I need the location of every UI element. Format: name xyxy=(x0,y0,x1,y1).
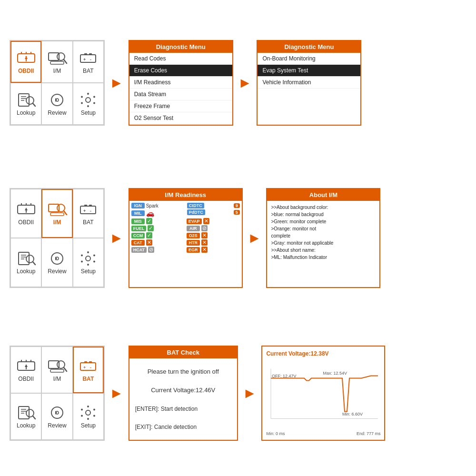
o2s-status: ✕ xyxy=(201,232,208,238)
menu-cell-review-r1[interactable]: Review xyxy=(41,83,72,125)
row2: OBDII I/M + - xyxy=(10,165,466,311)
setup-label-r1: Setup xyxy=(81,109,96,116)
svg-rect-43 xyxy=(84,205,87,207)
diag-item-read-codes[interactable]: Read Codes xyxy=(129,53,232,65)
diag-header1-r1: Diagnostic Menu xyxy=(129,41,232,53)
menu-cell-im-r2[interactable]: I/M xyxy=(41,189,72,238)
svg-text:+: + xyxy=(83,365,86,370)
im-cat: CAT ✕ xyxy=(131,239,185,246)
review-label-r3: Review xyxy=(48,422,66,429)
svg-rect-74 xyxy=(84,361,87,363)
bat-label-r3: BAT xyxy=(82,376,94,382)
menu-cell-bat-r2[interactable]: + - BAT xyxy=(73,189,104,238)
im-hcat: HCAT ⊘ xyxy=(131,247,185,253)
svg-rect-10 xyxy=(50,61,64,64)
setup-icon-r2 xyxy=(78,250,99,267)
svg-rect-47 xyxy=(19,252,29,265)
about-line-4: complete xyxy=(271,232,376,239)
im-htr: HTR ✕ xyxy=(187,239,240,246)
svg-text:-: - xyxy=(90,57,91,62)
svg-line-49 xyxy=(33,262,35,265)
fuel-status: ✓ xyxy=(148,225,154,231)
svg-point-60 xyxy=(93,255,95,257)
svg-marker-67 xyxy=(25,364,28,367)
menu-cell-review-r2[interactable]: Review xyxy=(41,238,72,287)
svg-point-87 xyxy=(86,410,90,415)
im-ign-row: IGN Spark xyxy=(131,203,184,208)
about-im-panel: About I/M >>About background color: >blu… xyxy=(266,188,380,288)
svg-text:-: - xyxy=(90,365,91,370)
bat-check-body: Please turn the ignition off Current Vol… xyxy=(129,358,237,440)
air-label: AIR xyxy=(187,226,200,231)
lookup-label-r2: Lookup xyxy=(17,268,35,275)
menu-cell-obdii-r1[interactable]: OBDII xyxy=(10,41,41,83)
about-line-0: >>About background color: xyxy=(271,204,376,211)
svg-rect-75 xyxy=(89,361,92,363)
obdii-label-r3: OBDII xyxy=(18,376,34,382)
menu-cell-setup-r1[interactable]: Setup xyxy=(73,83,104,125)
im-top-row: IGN Spark MIL 🚗 CtDTC 9 xyxy=(131,203,240,217)
menu-cell-bat-r3[interactable]: + - BAT xyxy=(73,347,104,393)
svg-point-59 xyxy=(81,255,83,257)
menu-grid-row3: OBDII I/M + - xyxy=(10,346,105,441)
obdii-icon-r2 xyxy=(16,201,37,218)
bat-line2: Current Voltage:12.46V xyxy=(135,387,231,394)
svg-rect-12 xyxy=(84,53,87,55)
menu-cell-obdii-r2[interactable]: OBDII xyxy=(10,189,41,238)
mis-label: MIS xyxy=(131,218,145,224)
menu-grid-row1: OBDII I/M + - xyxy=(10,40,105,126)
diag-item-data-stream[interactable]: Data Stream xyxy=(129,89,232,100)
menu-cell-review-r3[interactable]: Review xyxy=(41,393,72,440)
menu-cell-lookup-r3[interactable]: Lookup xyxy=(10,393,41,440)
ccm-status: ✓ xyxy=(146,232,152,238)
diag-item-freeze-frame[interactable]: Freeze Frame xyxy=(129,100,232,112)
menu-cell-im-r1[interactable]: I/M xyxy=(41,41,72,83)
htr-status: ✕ xyxy=(201,239,208,246)
arrow1-r1: ► xyxy=(109,75,124,91)
cat-status: ✕ xyxy=(146,239,152,246)
menu-cell-lookup-r1[interactable]: Lookup xyxy=(10,83,41,125)
volt-time-start: Min: 0 ms xyxy=(266,431,285,436)
im-top-right: CtDTC 9 PdDTC 5 xyxy=(187,203,240,217)
htr-label: HTR xyxy=(187,240,200,246)
svg-point-88 xyxy=(87,406,89,407)
ign-label: IGN xyxy=(131,203,145,208)
menu-cell-im-r3[interactable]: I/M xyxy=(41,347,72,393)
ctdtc-val: 9 xyxy=(234,203,240,208)
im-readiness-panel: I/M Readiness IGN Spark MIL 🚗 xyxy=(129,188,243,288)
svg-point-57 xyxy=(87,251,89,253)
bat-line1: Please turn the ignition off xyxy=(135,368,231,375)
svg-point-61 xyxy=(81,261,83,263)
im-monitors: MIS ✓ FUEL ✓ CCM ✓ CAT ✕ xyxy=(131,218,240,285)
diag-item-vehicle-info[interactable]: Vehicle Information xyxy=(258,77,360,89)
im-readiness-header: I/M Readiness xyxy=(129,189,242,201)
lookup-icon-r1 xyxy=(16,92,37,108)
ccm-label: CCM xyxy=(131,233,145,238)
setup-label-r3: Setup xyxy=(81,422,96,429)
pddtc-val: 5 xyxy=(234,210,240,215)
menu-cell-obdii-r3[interactable]: OBDII xyxy=(10,347,41,393)
diag-item-erase-codes[interactable]: Erase Codes xyxy=(129,65,232,77)
diag-item-evap-test[interactable]: Evap System Test xyxy=(258,65,360,77)
hcat-status: ⊘ xyxy=(148,247,154,253)
menu-cell-bat-r1[interactable]: + - BAT xyxy=(73,41,104,83)
diag-item-im-readiness[interactable]: I/M Readiness xyxy=(129,77,232,89)
diag-item-o2-sensor[interactable]: O2 Sensor Test xyxy=(129,112,232,124)
diag-item-ob-monitoring[interactable]: On-Board Monitoring xyxy=(258,53,360,65)
im-icon-r1 xyxy=(47,50,68,66)
menu-cell-setup-r2[interactable]: Setup xyxy=(73,238,104,287)
svg-line-80 xyxy=(33,416,35,419)
svg-point-56 xyxy=(86,256,90,261)
review-label-r2: Review xyxy=(48,268,66,275)
diag-panel2-r1: Diagnostic Menu On-Board Monitoring Evap… xyxy=(257,40,361,126)
diag-panel1-r1: Diagnostic Menu Read Codes Erase Codes I… xyxy=(129,40,233,126)
lookup-label-r1: Lookup xyxy=(17,109,35,116)
review-label-r1: Review xyxy=(48,109,66,116)
menu-cell-setup-r3[interactable]: Setup xyxy=(73,393,104,440)
menu-grid-row2: OBDII I/M + - xyxy=(10,188,105,288)
im-label-r2: I/M xyxy=(53,219,61,226)
im-label-r1: I/M xyxy=(53,68,61,74)
svg-point-89 xyxy=(87,418,89,420)
menu-cell-lookup-r2[interactable]: Lookup xyxy=(10,238,41,287)
max-chart-label: Max: 12.54V xyxy=(323,371,347,376)
